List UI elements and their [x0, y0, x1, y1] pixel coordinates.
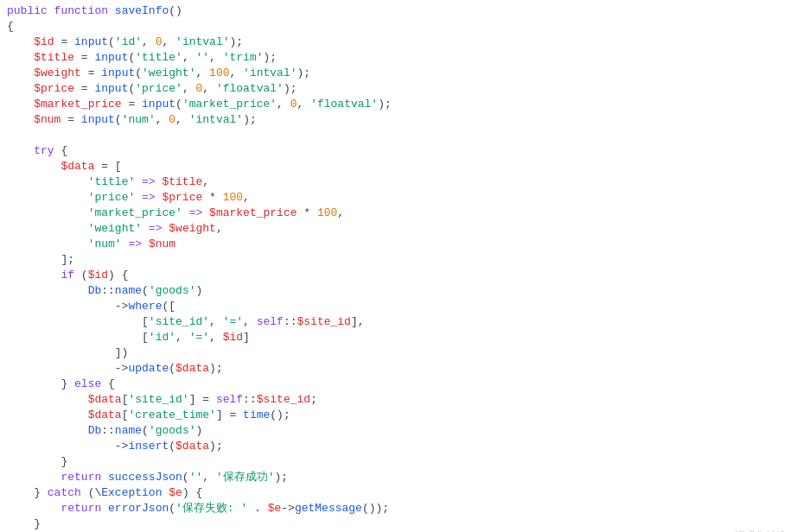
code-line-32: } catch (\Exception $e) {	[0, 485, 797, 501]
code-line-2: {	[0, 19, 797, 35]
code-line-8: $num = input('num', 0, 'intval');	[0, 112, 797, 128]
code-line-5: $weight = input('weight', 100, 'intval')…	[0, 66, 797, 81]
code-line-3: $id = input('id', 0, 'intval');	[0, 35, 797, 50]
code-line-20: ->where([	[0, 299, 797, 314]
code-line-29: ->insert($data);	[0, 439, 797, 454]
fn-input: input	[74, 35, 108, 50]
code-line-1: public function saveInfo()	[0, 3, 797, 19]
code-container: public function saveInfo() { $id = input…	[0, 0, 797, 532]
code-line-22: ['id', '=', $id]	[0, 330, 797, 345]
code-line-12: 'title' => $title,	[0, 174, 797, 190]
code-line-11: $data = [	[0, 159, 797, 174]
code-line-34: }	[0, 516, 797, 532]
brace-open: {	[7, 19, 14, 35]
code-line-18: if ($id) {	[0, 268, 797, 283]
keyword-public: public	[7, 3, 54, 19]
code-line-27: $data['create_time'] = time();	[0, 408, 797, 423]
code-line-28: Db::name('goods')	[0, 423, 797, 439]
code-line-24: ->update($data);	[0, 361, 797, 377]
code-line-4: $title = input('title', '', 'trim');	[0, 50, 797, 66]
function-name: saveInfo	[115, 3, 169, 19]
keyword-function: function	[54, 3, 115, 19]
code-line-6: $price = input('price', 0, 'floatval');	[0, 81, 797, 97]
code-line-31: return successJson('', '保存成功');	[0, 470, 797, 485]
var-id: $id	[34, 35, 54, 50]
code-line-10: try {	[0, 143, 797, 159]
code-line-14: 'market_price' => $market_price * 100,	[0, 206, 797, 221]
code-line-17: ];	[0, 252, 797, 268]
code-line-15: 'weight' => $weight,	[0, 221, 797, 237]
code-line-19: Db::name('goods')	[0, 283, 797, 299]
code-line-33: return errorJson('保存失败: ' . $e->getMessa…	[0, 501, 797, 516]
code-line-7: $market_price = input('market_price', 0,…	[0, 97, 797, 112]
code-line-9	[0, 128, 797, 143]
code-line-21: ['site_id', '=', self::$site_id],	[0, 314, 797, 330]
code-line-16: 'num' => $num	[0, 237, 797, 252]
code-line-25: } else {	[0, 377, 797, 392]
paren-open: ()	[169, 3, 182, 19]
code-line-26: $data['site_id'] = self::$site_id;	[0, 392, 797, 408]
code-line-23: ])	[0, 345, 797, 361]
indent	[7, 35, 34, 50]
watermark: CSDN @源码集结地	[692, 529, 787, 532]
code-line-13: 'price' => $price * 100,	[0, 190, 797, 206]
code-line-30: }	[0, 454, 797, 470]
